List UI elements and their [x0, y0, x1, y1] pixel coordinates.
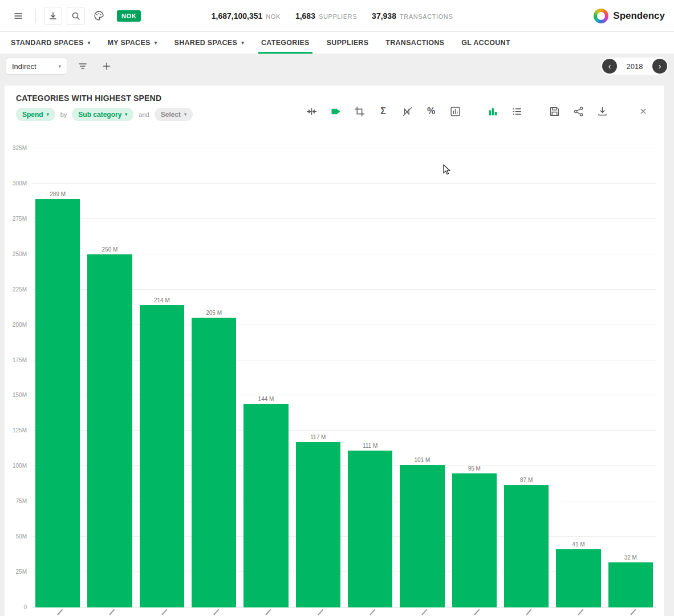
crop-icon[interactable] — [354, 106, 365, 117]
x-tick-label-stub — [57, 609, 63, 615]
bar-column: 111 M — [348, 148, 392, 607]
x-tick-label-stub — [109, 609, 115, 615]
x-tick-label-stub — [422, 609, 428, 615]
search-button[interactable] — [67, 7, 85, 25]
bar-value-label: 101 M — [415, 457, 431, 463]
dimension-pills: Spend ▾ by Sub category ▾ and Select ▾ — [16, 108, 193, 121]
bar-value-label: 32 M — [624, 554, 637, 561]
tab-label: TRANSACTIONS — [385, 39, 444, 47]
currency-badge[interactable]: NOK — [117, 10, 141, 22]
measure-pill[interactable]: Spend ▾ — [16, 108, 55, 121]
card-header: CATEGORIES WITH HIGHEST SPEND Spend ▾ by… — [5, 86, 664, 121]
bar-column: 41 M — [556, 148, 600, 607]
bar-value-label: 205 M — [206, 310, 222, 316]
by-label: by — [60, 111, 67, 118]
filter-icon[interactable] — [74, 58, 91, 75]
bar[interactable] — [87, 254, 132, 607]
bar[interactable] — [296, 442, 340, 607]
label-tag-icon[interactable] — [330, 106, 341, 117]
y-axis-label: 75M — [16, 498, 27, 504]
tab-label: MY SPACES — [108, 39, 151, 47]
dimension-pill-label: Sub category — [78, 111, 121, 119]
bar[interactable] — [192, 318, 236, 607]
suppliers-unit: SUPPLIERS — [319, 13, 357, 20]
y-axis-label: 275M — [13, 216, 27, 222]
bar[interactable] — [504, 485, 549, 607]
chevron-down-icon: ▾ — [241, 40, 244, 46]
percent-icon[interactable]: % — [425, 106, 437, 117]
filter-bar: Indirect ▾ ‹ 2018 › — [0, 55, 674, 78]
tab-label: SUPPLIERS — [327, 39, 369, 47]
topbar-left-controls: NOK — [9, 7, 141, 25]
bar-column: 250 M — [87, 148, 132, 607]
space-selector-dropdown[interactable]: Indirect ▾ — [6, 58, 67, 75]
chevron-down-icon: ▾ — [88, 40, 91, 46]
bar-value-label: 250 M — [102, 246, 118, 253]
bar[interactable] — [556, 549, 600, 607]
tab-my-spaces[interactable]: MY SPACES ▾ — [99, 32, 166, 54]
export-download-icon[interactable] — [596, 106, 608, 117]
y-axis-label: 250M — [13, 251, 27, 257]
transactions-value: 37,938 — [372, 11, 396, 21]
secondary-dimension-pill[interactable]: Select ▾ — [155, 108, 193, 121]
bar[interactable] — [140, 305, 184, 607]
x-tick-label-stub — [474, 609, 480, 615]
transactions-stat: 37,938 TRANSACTIONS — [372, 11, 453, 21]
bar-value-label: 87 M — [520, 477, 533, 483]
bar[interactable] — [348, 451, 392, 607]
tab-shared-spaces[interactable]: SHARED SPACES ▾ — [166, 32, 253, 54]
bar-column: 101 M — [400, 148, 444, 607]
palette-icon[interactable] — [90, 7, 108, 25]
bar-column: 32 M — [608, 148, 653, 607]
next-year-button[interactable]: › — [652, 59, 667, 74]
tab-label: SHARED SPACES — [174, 39, 238, 47]
bar[interactable] — [400, 465, 444, 607]
tab-gl-account[interactable]: GL ACCOUNT — [453, 32, 519, 54]
bar-value-label: 117 M — [310, 434, 326, 440]
x-tick-label-stub — [266, 609, 271, 615]
bar[interactable] — [608, 562, 653, 607]
x-tick-label-stub — [630, 609, 636, 615]
year-pager: ‹ 2018 › — [601, 58, 668, 75]
bar[interactable] — [452, 473, 497, 607]
tab-transactions[interactable]: TRANSACTIONS — [377, 32, 453, 54]
bar[interactable] — [35, 199, 80, 607]
chevron-down-icon: ▾ — [47, 112, 49, 117]
bar-chart-view-icon[interactable] — [487, 106, 498, 117]
tab-categories[interactable]: CATEGORIES — [253, 32, 318, 54]
bar-value-label: 289 M — [50, 191, 66, 197]
and-label: and — [139, 111, 149, 118]
y-axis-label: 25M — [16, 569, 27, 575]
tab-standard-spaces[interactable]: STANDARD SPACES ▾ — [2, 32, 99, 54]
chart-toolbar: Σ % ✕ — [306, 102, 649, 121]
tab-suppliers[interactable]: SUPPLIERS — [318, 32, 377, 54]
save-icon[interactable] — [549, 106, 560, 117]
chevron-down-icon: ▾ — [58, 63, 61, 69]
year-value: 2018 — [617, 62, 652, 71]
bar-column: 117 M — [296, 148, 340, 607]
space-selector-value: Indirect — [12, 62, 36, 71]
previous-year-button[interactable]: ‹ — [602, 59, 617, 74]
spendency-logo-icon — [594, 9, 608, 23]
brand: Spendency — [594, 9, 665, 23]
strikeout-icon[interactable] — [401, 106, 413, 117]
chart: 025M50M75M100M125M150M175M200M225M250M27… — [33, 148, 656, 607]
hamburger-menu-icon[interactable] — [9, 7, 27, 25]
close-icon[interactable]: ✕ — [638, 106, 649, 117]
x-tick-label-stub — [578, 609, 584, 615]
list-view-icon[interactable] — [511, 106, 522, 117]
chevron-down-icon: ▾ — [184, 112, 186, 117]
dimension-pill[interactable]: Sub category ▾ — [72, 108, 133, 121]
share-icon[interactable] — [573, 106, 584, 117]
chart-details-icon[interactable] — [449, 106, 461, 117]
bar[interactable] — [243, 404, 288, 607]
add-filter-icon[interactable] — [98, 58, 115, 75]
download-button[interactable] — [44, 7, 62, 25]
tab-label: STANDARD SPACES — [11, 39, 84, 47]
bar-column: 144 M — [243, 148, 288, 607]
bar-value-label: 214 M — [154, 297, 170, 303]
total-spend-unit: NOK — [266, 13, 281, 20]
y-axis-label: 175M — [13, 357, 27, 363]
merge-arrows-icon[interactable] — [306, 106, 317, 117]
sum-sigma-icon[interactable]: Σ — [377, 106, 389, 117]
